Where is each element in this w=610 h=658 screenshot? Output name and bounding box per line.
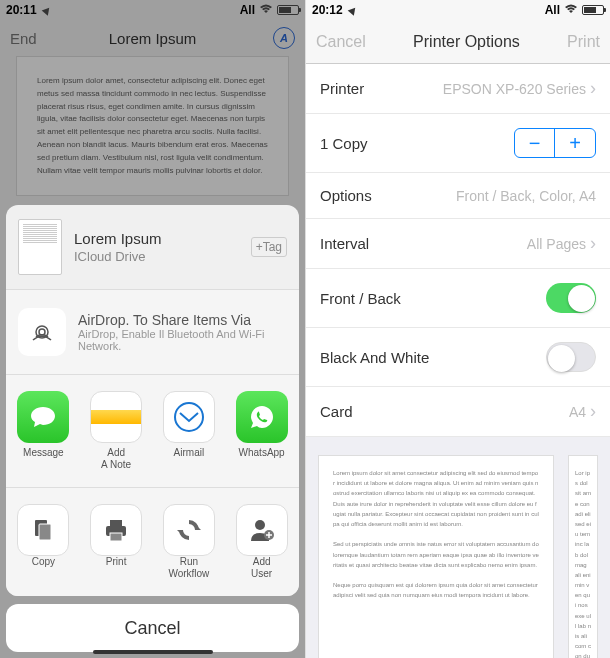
action-label: Print [106, 556, 127, 568]
app-messages[interactable]: Message [14, 391, 73, 471]
row-label: Options [320, 187, 372, 204]
share-sheet-screen: 20:11 All End Lorem Ipsum A Lorem ipsum … [0, 0, 305, 658]
row-label: Front / Back [320, 290, 401, 307]
svg-point-8 [255, 520, 265, 530]
file-thumbnail-icon [18, 219, 62, 275]
row-interval[interactable]: Interval All Pages › [306, 219, 610, 269]
app-notes[interactable]: Add A Note [87, 391, 146, 471]
row-bw: Black And White [306, 328, 610, 387]
file-title: Lorem Ipsum [74, 230, 239, 247]
wifi-icon [259, 4, 273, 16]
app-label: Airmail [174, 447, 205, 459]
nav-title: Printer Options [413, 33, 520, 51]
messages-icon [17, 391, 69, 443]
share-apps-row: Message Add A Note Airmail WhatsApp [6, 375, 299, 488]
stepper-minus[interactable]: − [515, 129, 555, 157]
app-label: WhatsApp [239, 447, 285, 459]
preview-text: Lorem ipsum dolor sit amet consectetur a… [333, 468, 539, 600]
row-label: Card [320, 403, 353, 420]
nav-bar: Cancel Printer Options Print [306, 20, 610, 64]
app-airmail[interactable]: Airmail [160, 391, 219, 471]
carrier-label: All [240, 3, 255, 17]
chevron-right-icon: › [590, 78, 596, 99]
airdrop-icon [18, 308, 66, 356]
bw-toggle[interactable] [546, 342, 596, 372]
status-time: 20:12 [312, 3, 343, 17]
tag-button[interactable]: +Tag [251, 237, 287, 257]
copy-icon [17, 504, 69, 556]
nav-print-button[interactable]: Print [567, 33, 600, 51]
copies-stepper[interactable]: − + [514, 128, 596, 158]
location-icon [347, 5, 358, 16]
svg-rect-4 [39, 524, 51, 540]
airdrop-row[interactable]: AirDrop. To Share Items Via AirDrop, Ena… [6, 290, 299, 375]
row-value: All Pages [527, 236, 586, 252]
carrier-label: All [545, 3, 560, 17]
print-icon [90, 504, 142, 556]
file-header-row: Lorem Ipsum ICloud Drive +Tag [6, 205, 299, 290]
app-label: Add A Note [101, 447, 131, 471]
svg-rect-5 [110, 520, 122, 526]
notes-icon [90, 391, 142, 443]
row-options[interactable]: Options Front / Back, Color, A4 [306, 173, 610, 219]
page-preview-1[interactable]: Lorem ipsum dolor sit amet consectetur a… [318, 455, 554, 658]
app-label: Message [23, 447, 64, 459]
chevron-right-icon: › [590, 233, 596, 254]
row-label: Printer [320, 80, 364, 97]
page-preview-2[interactable]: Lor ips dol sit ame con adi eli sed eiu … [568, 455, 598, 658]
action-label: Run Workflow [168, 556, 209, 580]
row-label: Interval [320, 235, 369, 252]
action-copy[interactable]: Copy [14, 504, 73, 580]
status-bar: 20:12 All [306, 0, 610, 20]
airdrop-title: AirDrop. To Share Items Via [78, 312, 287, 328]
add-user-icon [236, 504, 288, 556]
row-printer[interactable]: Printer EPSON XP-620 Series › [306, 64, 610, 114]
svg-rect-7 [110, 533, 122, 541]
status-bar: 20:11 All [0, 0, 305, 20]
cancel-button[interactable]: Cancel [6, 604, 299, 652]
battery-icon [277, 5, 299, 15]
action-add-user[interactable]: Add User [232, 504, 291, 580]
battery-icon [582, 5, 604, 15]
whatsapp-icon [236, 391, 288, 443]
row-value: A4 [569, 404, 586, 420]
settings-list: Printer EPSON XP-620 Series › 1 Copy − +… [306, 64, 610, 437]
airmail-icon [163, 391, 215, 443]
action-label: Copy [32, 556, 55, 568]
row-frontback: Front / Back [306, 269, 610, 328]
wifi-icon [564, 4, 578, 16]
action-print[interactable]: Print [87, 504, 146, 580]
printer-options-screen: 20:12 All Cancel Printer Options Print P… [305, 0, 610, 658]
frontback-toggle[interactable] [546, 283, 596, 313]
location-icon [41, 5, 52, 16]
print-preview-area: Lorem ipsum dolor sit amet consectetur a… [306, 437, 610, 658]
share-sheet: Lorem Ipsum ICloud Drive +Tag AirDrop. T… [6, 205, 299, 652]
action-workflow[interactable]: Run Workflow [160, 504, 219, 580]
airdrop-subtitle: AirDrop, Enable Il Bluetooth And Wi-Fi N… [78, 328, 287, 352]
action-label: Add User [251, 556, 272, 580]
row-label: Black And White [320, 349, 429, 366]
chevron-right-icon: › [590, 401, 596, 422]
row-label: 1 Copy [320, 135, 368, 152]
home-indicator[interactable] [93, 650, 213, 654]
nav-cancel-button[interactable]: Cancel [316, 33, 366, 51]
row-value: Front / Back, Color, A4 [456, 188, 596, 204]
row-copies: 1 Copy − + [306, 114, 610, 173]
row-value: EPSON XP-620 Series [443, 81, 586, 97]
file-location: ICloud Drive [74, 249, 239, 264]
stepper-plus[interactable]: + [555, 129, 595, 157]
share-actions-row: Copy Print Run Workflow [6, 488, 299, 596]
preview-text: Lor ips dol sit ame con adi eli sed eiu … [575, 468, 591, 658]
status-time: 20:11 [6, 3, 37, 17]
svg-point-2 [175, 403, 203, 431]
app-whatsapp[interactable]: WhatsApp [232, 391, 291, 471]
workflow-icon [163, 504, 215, 556]
row-card[interactable]: Card A4 › [306, 387, 610, 437]
